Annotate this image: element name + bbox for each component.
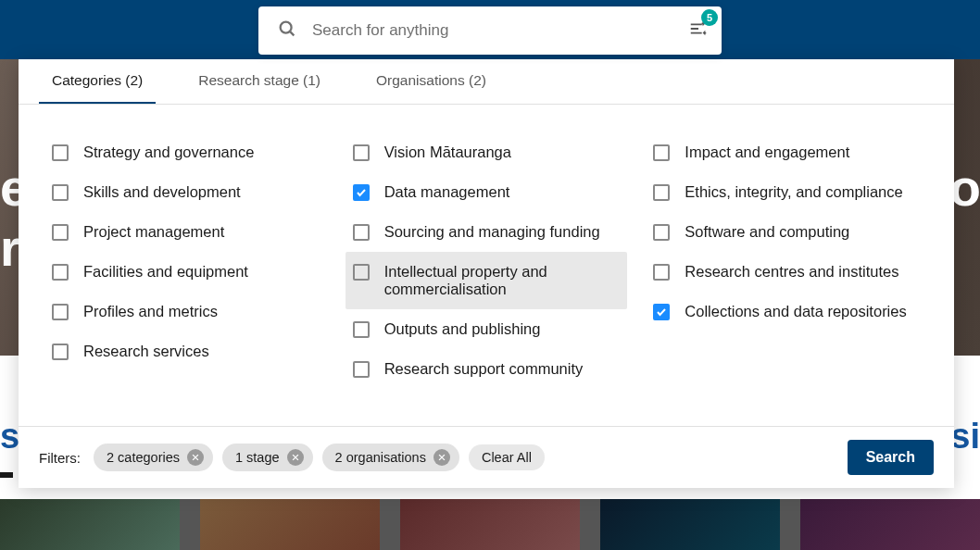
checkbox-checked-icon [353, 184, 370, 201]
tab-0[interactable]: Categories (2) [39, 59, 156, 104]
category-option[interactable]: Profiles and metrics [44, 292, 327, 331]
bg-card [0, 499, 180, 550]
category-option[interactable]: Collections and data repositories [646, 292, 928, 331]
filter-chip: 2 organisations [322, 444, 459, 471]
checkbox-empty-icon [653, 184, 670, 201]
checkbox-empty-icon [52, 144, 69, 161]
category-option[interactable]: Ethics, integrity, and compliance [646, 172, 928, 212]
category-option[interactable]: Facilities and equipment [44, 252, 327, 292]
category-label: Collections and data repositories [685, 303, 906, 320]
category-label: Outputs and publishing [384, 320, 541, 338]
remove-chip-icon[interactable] [187, 449, 204, 466]
filter-chip-label: 2 organisations [335, 450, 426, 465]
category-label: Impact and engagement [685, 144, 849, 161]
category-label: Skills and development [83, 183, 241, 201]
category-option[interactable]: Project management [44, 212, 327, 252]
tab-1[interactable]: Research stage (1) [185, 59, 333, 104]
svg-point-0 [281, 22, 292, 33]
bg-card [600, 499, 780, 550]
filter-chip: 2 categories [94, 444, 213, 471]
search-input[interactable] [312, 21, 688, 40]
filter-chip: 1 stage [222, 444, 313, 471]
remove-chip-icon[interactable] [287, 449, 304, 466]
bg-accent-line [0, 472, 13, 478]
checkbox-empty-icon [52, 184, 69, 201]
category-option[interactable]: Impact and engagement [646, 132, 928, 172]
category-label: Profiles and metrics [83, 303, 218, 320]
remove-chip-icon[interactable] [433, 449, 450, 466]
category-option[interactable]: Strategy and governance [44, 132, 327, 172]
filter-panel: Categories (2)Research stage (1)Organisa… [19, 59, 954, 488]
filters-label: Filters: [39, 450, 81, 466]
category-option[interactable]: Skills and development [44, 172, 327, 212]
category-option[interactable]: Data management [346, 172, 628, 212]
checkbox-empty-icon [52, 344, 69, 360]
checkbox-empty-icon [353, 361, 370, 378]
checkbox-empty-icon [353, 144, 370, 161]
filter-chip-label: 2 categories [107, 450, 180, 465]
bg-card [200, 499, 380, 550]
filter-tabs: Categories (2)Research stage (1)Organisa… [19, 59, 954, 105]
search-icon [277, 19, 297, 43]
bg-card [400, 499, 580, 550]
category-option[interactable]: Outputs and publishing [346, 309, 628, 349]
filter-toggle-button[interactable]: 5 [688, 19, 709, 43]
category-option[interactable]: Research centres and institutes [646, 252, 928, 292]
category-label: Research services [83, 343, 209, 360]
category-option[interactable]: Sourcing and managing funding [346, 212, 628, 252]
category-label: Ethics, integrity, and compliance [685, 183, 902, 201]
bg-card [800, 499, 980, 550]
filter-footer: Filters: 2 categories1 stage2 organisati… [19, 426, 954, 488]
category-label: Research centres and institutes [685, 263, 898, 281]
checkbox-empty-icon [52, 224, 69, 241]
category-label: Data management [384, 183, 510, 201]
checkbox-empty-icon [653, 264, 670, 281]
categories-grid: Strategy and governanceSkills and develo… [19, 105, 954, 426]
checkbox-checked-icon [653, 304, 670, 320]
checkbox-empty-icon [353, 264, 370, 281]
category-option[interactable]: Intellectual property and commercialisat… [346, 252, 628, 309]
checkbox-empty-icon [52, 304, 69, 320]
checkbox-empty-icon [653, 144, 670, 161]
filter-chip-label: 1 stage [235, 450, 280, 465]
checkbox-empty-icon [653, 224, 670, 241]
bg-image-strip [0, 499, 980, 550]
search-button[interactable]: Search [848, 440, 934, 475]
category-label: Strategy and governance [83, 144, 254, 161]
svg-line-1 [290, 31, 294, 35]
checkbox-empty-icon [353, 224, 370, 241]
category-label: Research support community [384, 360, 584, 378]
category-option[interactable]: Vision Mātauranga [346, 132, 628, 172]
category-label: Vision Mātauranga [384, 144, 511, 161]
checkbox-empty-icon [353, 321, 370, 338]
filter-count-badge: 5 [701, 9, 718, 26]
tab-2[interactable]: Organisations (2) [363, 59, 499, 104]
category-label: Facilities and equipment [83, 263, 248, 281]
search-bar: 5 [258, 6, 722, 55]
checkbox-empty-icon [52, 264, 69, 281]
category-label: Project management [83, 223, 224, 241]
category-label: Software and computing [685, 223, 849, 241]
category-label: Sourcing and managing funding [384, 223, 600, 241]
category-label: Intellectual property and commercialisat… [384, 263, 621, 298]
category-option[interactable]: Software and computing [646, 212, 928, 252]
clear-all-button[interactable]: Clear All [469, 444, 545, 470]
category-option[interactable]: Research support community [346, 349, 628, 389]
category-option[interactable]: Research services [44, 331, 327, 371]
